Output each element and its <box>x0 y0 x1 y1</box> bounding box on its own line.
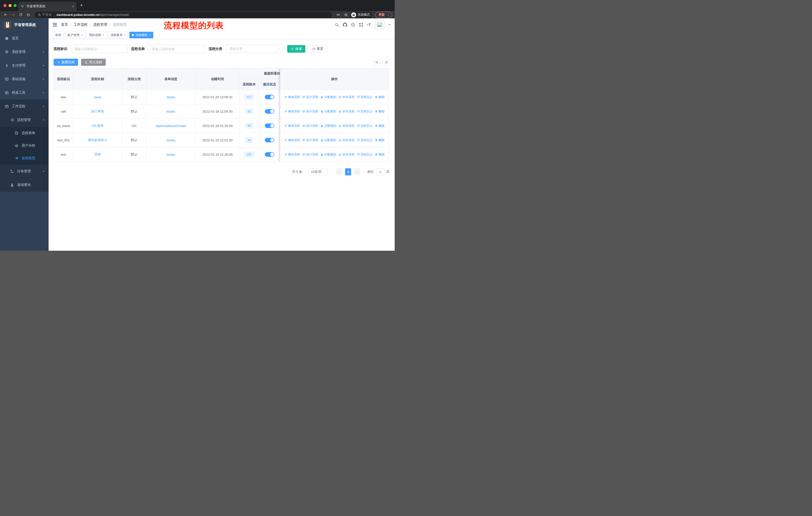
kebab-menu-icon[interactable] <box>387 13 390 17</box>
address-bar[interactable]: 不安全 dashboard.yudao.iocoder.cn/bpm/manag… <box>35 12 332 18</box>
active-toggle[interactable] <box>265 124 274 128</box>
action-design[interactable]: 设计流程 <box>302 124 318 128</box>
cell-form-link[interactable]: biubiu <box>146 90 196 104</box>
tag-流程模型[interactable]: 流程模型× <box>129 32 153 38</box>
key-icon[interactable] <box>335 12 341 18</box>
action-modify[interactable]: 修改流程 <box>284 153 300 157</box>
browser-update-button[interactable]: 更新 <box>375 11 392 18</box>
action-assign-rule[interactable]: 分配规则 <box>320 153 336 157</box>
new-tab-button[interactable]: + <box>80 2 83 8</box>
action-definition[interactable]: 流程定义 <box>357 153 373 157</box>
bookmark-star-icon[interactable] <box>343 12 349 18</box>
home-icon[interactable] <box>25 12 31 18</box>
active-toggle[interactable] <box>265 138 274 142</box>
action-definition[interactable]: 流程定义 <box>357 109 373 114</box>
action-design[interactable]: 设计流程 <box>302 138 318 142</box>
github-icon[interactable] <box>343 23 347 27</box>
cell-name-link[interactable]: 滔博 <box>73 147 122 162</box>
action-publish[interactable]: 发布流程 <box>339 138 354 142</box>
active-toggle[interactable] <box>265 95 274 99</box>
cell-form-link[interactable]: biubiu <box>146 104 196 118</box>
active-toggle[interactable] <box>265 152 274 157</box>
minimize-window-button[interactable] <box>8 4 11 7</box>
sidebar-item-2[interactable]: ¥支付管理 <box>0 59 49 72</box>
breadcrumb-item[interactable]: 工作流程 <box>74 22 88 27</box>
action-design[interactable]: 设计流程 <box>302 109 318 114</box>
action-publish[interactable]: 发布流程 <box>339 95 354 99</box>
collapse-sidebar-icon[interactable] <box>52 22 57 27</box>
action-definition[interactable]: 流程定义 <box>357 95 373 99</box>
action-definition[interactable]: 流程定义 <box>357 124 373 128</box>
search-button[interactable]: 搜索 <box>287 45 305 53</box>
sidebar-item-11[interactable]: 请假查询 <box>0 178 49 192</box>
filter-key-input[interactable] <box>71 45 127 53</box>
sidebar-logo[interactable]: 芋道管理系统 <box>0 19 49 31</box>
window-controls[interactable] <box>3 4 17 7</box>
action-delete[interactable]: 删除 <box>375 109 385 114</box>
sidebar-item-10[interactable]: 任务管理 <box>0 165 49 178</box>
action-assign-rule[interactable]: 分配规则 <box>320 109 336 114</box>
sidebar-item-1[interactable]: 系统管理 <box>0 45 49 59</box>
close-tag-icon[interactable]: × <box>81 33 83 36</box>
reset-button[interactable]: 重置 <box>309 45 327 53</box>
breadcrumb-item[interactable]: 流程管理 <box>93 22 107 27</box>
prev-page-button[interactable]: ‹ <box>336 168 342 175</box>
cell-name-link[interactable]: 测试多审批人 <box>73 133 122 147</box>
action-publish[interactable]: 发布流程 <box>339 109 354 114</box>
goto-page-input[interactable] <box>376 168 384 175</box>
maximize-window-button[interactable] <box>13 4 17 7</box>
current-page-button[interactable]: 1 <box>345 168 351 175</box>
sidebar-item-0[interactable]: 首页 <box>0 31 49 45</box>
tag-我的流程[interactable]: 我的流程× <box>86 32 107 38</box>
action-publish[interactable]: 发布流程 <box>339 124 354 128</box>
filter-name-input[interactable] <box>148 45 205 53</box>
sidebar-item-9[interactable]: 流程模型 <box>0 152 49 165</box>
cell-name-link[interactable]: OA 请假 <box>73 119 122 133</box>
action-delete[interactable]: 删除 <box>375 124 385 128</box>
tag-首页[interactable]: 首页 <box>53 32 64 38</box>
reload-icon[interactable] <box>18 12 24 18</box>
close-window-button[interactable] <box>3 4 6 7</box>
close-tab-icon[interactable]: × <box>72 4 74 8</box>
action-design[interactable]: 设计流程 <box>302 95 318 99</box>
sidebar-item-6[interactable]: 流程管理 <box>0 113 49 127</box>
cell-form-link[interactable]: biubiu <box>146 133 196 147</box>
close-tag-icon[interactable]: × <box>103 33 104 36</box>
cell-name-link[interactable]: 自己审批 <box>73 104 122 118</box>
import-model-button[interactable]: 导入流程 <box>81 59 106 66</box>
action-delete[interactable]: 删除 <box>375 95 385 99</box>
show-search-circle-button[interactable] <box>373 59 380 66</box>
sidebar-item-8[interactable]: 用户分组 <box>0 139 49 152</box>
action-assign-rule[interactable]: 分配规则 <box>320 124 336 128</box>
action-design[interactable]: 设计流程 <box>302 153 318 157</box>
refresh-circle-button[interactable] <box>383 59 389 66</box>
forward-icon[interactable] <box>10 12 16 18</box>
font-size-icon[interactable]: TT <box>367 23 371 27</box>
action-modify[interactable]: 修改流程 <box>284 124 300 128</box>
action-delete[interactable]: 删除 <box>375 138 385 142</box>
back-icon[interactable] <box>2 12 8 18</box>
next-page-button[interactable]: › <box>354 168 360 175</box>
user-avatar[interactable] <box>375 20 384 29</box>
search-icon[interactable] <box>335 23 339 27</box>
close-tag-icon[interactable]: × <box>124 33 125 36</box>
action-modify[interactable]: 修改流程 <box>284 95 300 99</box>
page-size-select[interactable]: 10条/页 <box>308 168 328 175</box>
fullscreen-icon[interactable] <box>359 23 363 27</box>
create-model-button[interactable]: 新建流程 <box>54 59 78 66</box>
sidebar-item-4[interactable]: 研发工具 <box>0 86 49 100</box>
cell-form-link[interactable]: biubiu <box>146 147 196 162</box>
cell-name-link[interactable]: eeee <box>73 90 122 104</box>
browser-tab[interactable]: 芋道管理系统 × <box>18 2 77 11</box>
action-assign-rule[interactable]: 分配规则 <box>320 95 336 99</box>
filter-category-select[interactable]: 流程分类 <box>226 45 283 53</box>
cell-form-link[interactable]: /bpm/oa/leave/create <box>146 119 196 133</box>
action-publish[interactable]: 发布流程 <box>339 153 354 157</box>
action-assign-rule[interactable]: 分配规则 <box>320 138 336 142</box>
user-menu-caret-icon[interactable] <box>388 23 391 26</box>
action-delete[interactable]: 删除 <box>375 153 385 157</box>
tag-流程表单[interactable]: 流程表单× <box>108 32 128 38</box>
help-icon[interactable]: ? <box>351 23 355 27</box>
close-tag-icon[interactable]: × <box>149 33 150 36</box>
sidebar-item-3[interactable]: 基础设施 <box>0 72 49 86</box>
